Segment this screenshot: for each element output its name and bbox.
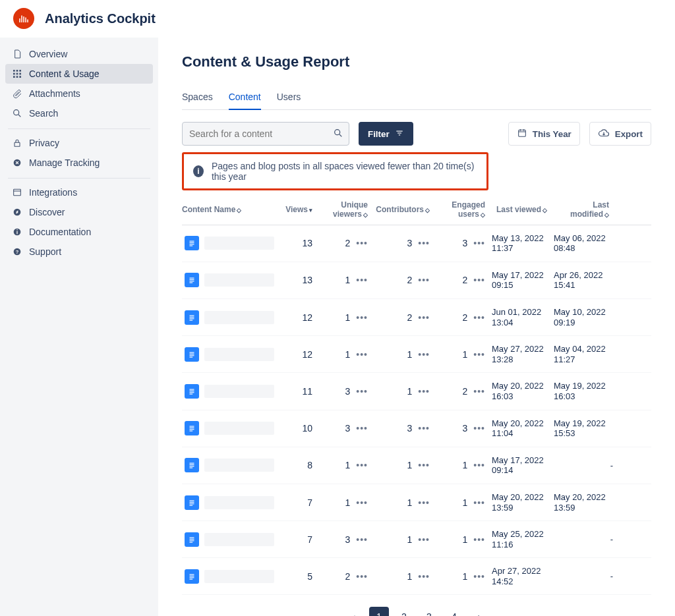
more-icon[interactable]: •••: [470, 275, 485, 285]
cell-engaged-users: 2 •••: [436, 312, 489, 323]
pagination-prev[interactable]: ‹: [344, 607, 364, 616]
cell-last-modified: May 19, 2022 15:53: [554, 418, 613, 439]
col-last-modified[interactable]: Last modified◇: [554, 201, 613, 219]
table-row[interactable]: 12 1 ••• 1 ••• 1 ••• May 27, 2022 13:28 …: [182, 336, 651, 373]
table-row[interactable]: 13 1 ••• 2 ••• 2 ••• May 17, 2022 09:15 …: [182, 262, 651, 299]
more-icon[interactable]: •••: [353, 349, 368, 360]
cell-engaged-users: 2 •••: [436, 386, 489, 397]
more-icon[interactable]: •••: [470, 349, 485, 360]
svg-rect-4: [16, 73, 18, 75]
date-range-button[interactable]: This Year: [508, 122, 580, 146]
table-row[interactable]: 7 1 ••• 1 ••• 1 ••• May 20, 2022 13:59 M…: [182, 484, 651, 521]
cell-last-viewed: May 17, 2022 09:14: [492, 455, 551, 476]
tab-spaces[interactable]: Spaces: [182, 88, 213, 110]
more-icon[interactable]: •••: [353, 571, 368, 582]
calendar-icon: [517, 128, 527, 140]
table-row[interactable]: 10 3 ••• 3 ••• 3 ••• May 20, 2022 11:04 …: [182, 410, 651, 447]
more-icon[interactable]: •••: [470, 497, 485, 508]
nav-support[interactable]: ? Support: [5, 242, 153, 262]
nav-label: Discover: [29, 207, 65, 217]
more-icon[interactable]: •••: [415, 460, 430, 470]
nav-attachments[interactable]: Attachments: [5, 84, 153, 103]
col-unique-viewers[interactable]: Unique viewers◇: [319, 201, 372, 219]
more-icon[interactable]: •••: [353, 460, 368, 470]
nav-label: Documentation: [29, 227, 91, 237]
tab-content[interactable]: Content: [229, 88, 261, 110]
more-icon[interactable]: •••: [353, 386, 368, 397]
pagination-page[interactable]: 3: [419, 607, 439, 616]
col-last-viewed[interactable]: Last viewed◇: [492, 206, 551, 215]
more-icon[interactable]: •••: [415, 349, 430, 360]
more-icon[interactable]: •••: [415, 571, 430, 582]
more-icon[interactable]: •••: [415, 497, 430, 508]
nav-discover[interactable]: Discover: [5, 202, 153, 222]
pagination-page[interactable]: 1: [369, 607, 389, 616]
nav-manage-tracking[interactable]: Manage Tracking: [5, 153, 153, 173]
cell-contributors: 1 •••: [374, 460, 434, 470]
more-icon[interactable]: •••: [353, 423, 368, 434]
more-icon[interactable]: •••: [353, 238, 368, 248]
search-input[interactable]: [189, 128, 333, 139]
nav-integrations[interactable]: Integrations: [5, 182, 153, 202]
table-row[interactable]: 5 2 ••• 1 ••• 1 ••• Apr 27, 2022 14:52 -: [182, 558, 651, 595]
cell-content-name: [182, 236, 274, 250]
more-icon[interactable]: •••: [470, 460, 485, 470]
export-button[interactable]: Export: [589, 122, 651, 146]
col-engaged-users[interactable]: Engaged users◇: [436, 201, 489, 219]
cell-views: 8: [277, 460, 316, 470]
more-icon[interactable]: •••: [470, 312, 485, 323]
more-icon[interactable]: •••: [415, 423, 430, 434]
nav-documentation[interactable]: Documentation: [5, 222, 153, 242]
cell-content-name: [182, 495, 274, 510]
pagination-next[interactable]: ›: [469, 607, 489, 616]
pagination-page[interactable]: 2: [394, 607, 414, 616]
col-content-name[interactable]: Content Name◇: [182, 206, 274, 215]
col-views[interactable]: Views▾: [277, 206, 316, 215]
more-icon[interactable]: •••: [415, 275, 430, 285]
cell-unique-viewers: 1 •••: [319, 275, 372, 285]
more-icon[interactable]: •••: [470, 238, 485, 248]
more-icon[interactable]: •••: [415, 534, 430, 545]
more-icon[interactable]: •••: [470, 534, 485, 545]
nav-search[interactable]: Search: [5, 103, 153, 123]
table-row[interactable]: 7 3 ••• 1 ••• 1 ••• May 25, 2022 11:16 -: [182, 521, 651, 558]
table-row[interactable]: 8 1 ••• 1 ••• 1 ••• May 17, 2022 09:14 -: [182, 447, 651, 484]
table-row[interactable]: 11 3 ••• 1 ••• 2 ••• May 20, 2022 16:03 …: [182, 373, 651, 410]
more-icon[interactable]: •••: [353, 275, 368, 285]
more-icon[interactable]: •••: [470, 386, 485, 397]
filter-icon: [395, 128, 404, 140]
nav-privacy[interactable]: Privacy: [5, 133, 153, 153]
nav-content-usage[interactable]: Content & Usage: [5, 64, 153, 84]
svg-line-23: [339, 134, 341, 136]
more-icon[interactable]: •••: [415, 312, 430, 323]
more-icon[interactable]: •••: [353, 312, 368, 323]
tab-users[interactable]: Users: [277, 88, 301, 110]
cell-content-name: [182, 421, 274, 435]
pagination-page[interactable]: 4: [444, 607, 464, 616]
cell-views: 5: [277, 571, 316, 582]
more-icon[interactable]: •••: [353, 534, 368, 545]
more-icon[interactable]: •••: [415, 386, 430, 397]
table-row[interactable]: 12 1 ••• 2 ••• 2 ••• Jun 01, 2022 13:04 …: [182, 299, 651, 336]
col-contributors[interactable]: Contributors◇: [374, 206, 434, 215]
table-row[interactable]: 13 2 ••• 3 ••• 3 ••• May 13, 2022 11:37 …: [182, 225, 651, 262]
cell-unique-viewers: 1 •••: [319, 349, 372, 360]
svg-rect-19: [16, 229, 17, 230]
more-icon[interactable]: •••: [415, 238, 430, 248]
cell-engaged-users: 1 •••: [436, 534, 489, 545]
search-box[interactable]: [182, 122, 349, 146]
filter-button[interactable]: Filter: [359, 122, 413, 146]
cell-views: 12: [277, 349, 316, 360]
more-icon[interactable]: •••: [470, 423, 485, 434]
cloud-download-icon: [598, 127, 610, 141]
more-icon[interactable]: •••: [470, 571, 485, 582]
more-icon[interactable]: •••: [353, 497, 368, 508]
nav-overview[interactable]: Overview: [5, 44, 153, 64]
content-name-redacted: [204, 533, 274, 546]
cell-unique-viewers: 1 •••: [319, 460, 372, 470]
cell-views: 13: [277, 275, 316, 285]
page-icon: [185, 347, 199, 362]
page-title: Content & Usage Report: [182, 53, 651, 70]
paperclip-icon: [12, 88, 22, 99]
pagination: ‹ 1234 ›: [182, 607, 651, 616]
